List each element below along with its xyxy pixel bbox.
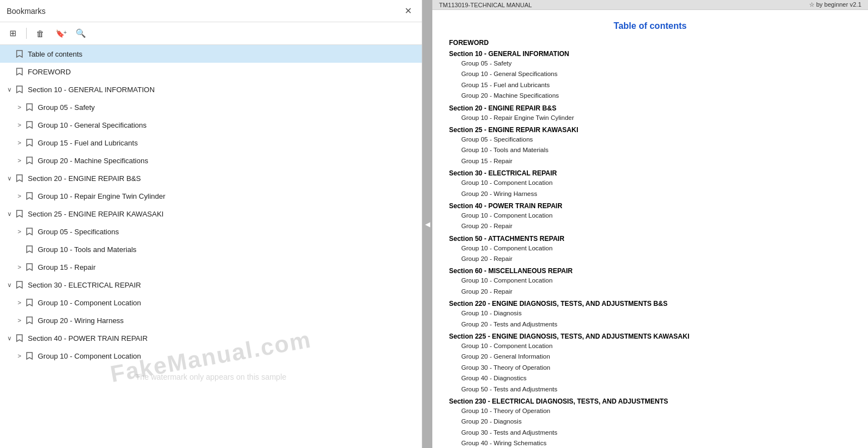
toc-group-8-4: Group 50 - Tests and Adjustments <box>449 384 851 394</box>
bookmark-label-s30g10: Group 10 - Component Location <box>38 299 141 307</box>
toc-section-9: Section 230 - ELECTRICAL DIAGNOSIS, TEST… <box>449 397 851 405</box>
bookmark-icon-s30g10 <box>24 298 34 307</box>
document-panel: TM113019-TECHNICAL MANUAL ☆ by beginner … <box>432 0 868 448</box>
bookmark-label-s10: Section 10 - GENERAL INFORMATION <box>28 85 154 94</box>
toc-group-6-0: Group 10 - Component Location <box>449 275 851 285</box>
expand-arrow-s25[interactable] <box>4 210 14 218</box>
bookmark-label-toc: Table of contents <box>28 50 82 58</box>
expand-arrow-s10g15[interactable] <box>14 139 24 146</box>
close-button[interactable]: ✕ <box>401 4 415 17</box>
toc-section-2: Section 25 - ENGINE REPAIR KAWASAKI <box>449 126 851 134</box>
bookmark-item-foreword[interactable]: FOREWORD <box>0 63 422 80</box>
toc-group-7-0: Group 10 - Diagnosis <box>449 308 851 318</box>
toc-section-3: Section 30 - ELECTRICAL REPAIR <box>449 169 851 177</box>
expand-arrow-s25g05[interactable] <box>14 228 24 235</box>
search-bookmark-button[interactable]: 🔍 <box>72 26 90 41</box>
bookmark-item-s10g10[interactable]: Group 10 - General Specifications <box>0 116 422 134</box>
bookmarks-list: Table of contentsFOREWORDSection 10 - GE… <box>0 45 422 448</box>
toolbar-separator <box>26 28 27 39</box>
bookmark-label-s20g10: Group 10 - Repair Engine Twin Cylinder <box>38 192 166 200</box>
bookmark-item-s30[interactable]: Section 30 - ELECTRICAL REPAIR <box>0 276 422 294</box>
toc-group-8-3: Group 40 - Diagnostics <box>449 373 851 383</box>
doc-header-left: TM113019-TECHNICAL MANUAL <box>439 2 532 8</box>
bookmark-icon-s30 <box>14 280 24 289</box>
delete-bookmark-button[interactable]: 🗑 <box>32 26 48 41</box>
toc-group-9-0: Group 10 - Theory of Operation <box>449 406 851 416</box>
toc-group-4-0: Group 10 - Component Location <box>449 210 851 220</box>
expand-arrow-s10g10[interactable] <box>14 122 24 128</box>
bookmark-icon-s25g05 <box>24 227 34 236</box>
bookmark-label-s40g10: Group 10 - Component Location <box>38 352 141 360</box>
expand-arrow-s25g15[interactable] <box>14 264 24 270</box>
toc-group-9-2: Group 30 - Tests and Adjustments <box>449 427 851 437</box>
toc-group-3-1: Group 20 - Wiring Harness <box>449 189 851 199</box>
delete-icon: 🗑 <box>36 29 44 38</box>
expand-arrow-s40[interactable] <box>4 335 14 342</box>
toc-group-0-2: Group 15 - Fuel and Lubricants <box>449 80 851 90</box>
toc-section-1: Section 20 - ENGINE REPAIR B&S <box>449 104 851 112</box>
bookmark-item-s40g10[interactable]: Group 10 - Component Location <box>0 347 422 365</box>
toc-section-7: Section 220 - ENGINE DIAGNOSIS, TESTS, A… <box>449 300 851 308</box>
bookmark-item-s10g20[interactable]: Group 20 - Machine Specifications <box>0 152 422 169</box>
expand-arrow-s10g20[interactable] <box>14 157 24 164</box>
bookmark-item-toc[interactable]: Table of contents <box>0 45 422 63</box>
bookmark-item-s30g10[interactable]: Group 10 - Component Location <box>0 294 422 311</box>
bookmark-item-s10g05[interactable]: Group 05 - Safety <box>0 98 422 116</box>
bookmark-icon-s25g10 <box>24 245 34 254</box>
bookmarks-header: Bookmarks ✕ <box>0 0 422 22</box>
bookmark-item-s20[interactable]: Section 20 - ENGINE REPAIR B&S <box>0 169 422 187</box>
expand-arrow-s30[interactable] <box>4 281 14 289</box>
bookmark-item-s20g10[interactable]: Group 10 - Repair Engine Twin Cylinder <box>0 187 422 205</box>
expand-arrow-s30g20[interactable] <box>14 317 24 324</box>
bookmark-label-s10g05: Group 05 - Safety <box>38 103 95 112</box>
add-bookmark-button[interactable]: 🔖+ <box>52 27 68 41</box>
bookmarks-title: Bookmarks <box>7 7 46 16</box>
expand-arrow-s10g05[interactable] <box>14 104 24 110</box>
toc-group-2-2: Group 15 - Repair <box>449 156 851 166</box>
collapse-panel-handle[interactable]: ◀ <box>422 0 432 448</box>
toc-section-8: Section 225 - ENGINE DIAGNOSIS, TESTS, A… <box>449 333 851 340</box>
toc-group-6-1: Group 20 - Repair <box>449 286 851 296</box>
bookmark-icon-foreword <box>14 67 24 76</box>
bookmark-label-s10g10: Group 10 - General Specifications <box>38 121 147 129</box>
bookmark-item-s25g15[interactable]: Group 15 - Repair <box>0 258 422 276</box>
bookmark-label-foreword: FOREWORD <box>28 68 71 76</box>
doc-header-right: ☆ by beginner v2.1 <box>809 1 861 8</box>
toc-foreword: FOREWORD <box>449 39 851 47</box>
bookmark-icon-s40 <box>14 334 24 343</box>
bookmark-item-s25g05[interactable]: Group 05 - Specifications <box>0 223 422 240</box>
bookmark-item-s10[interactable]: Section 10 - GENERAL INFORMATION <box>0 80 422 98</box>
bookmark-item-s10g15[interactable]: Group 15 - Fuel and Lubricants <box>0 134 422 152</box>
bookmark-icon-s40g10 <box>24 351 34 360</box>
expand-arrow-s30g10[interactable] <box>14 299 24 306</box>
bookmark-item-s40[interactable]: Section 40 - POWER TRAIN REPAIR <box>0 329 422 347</box>
bookmark-icon-s20g10 <box>24 192 34 200</box>
toc-section-5: Section 50 - ATTACHMENTS REPAIR <box>449 235 851 243</box>
bookmark-icon-s10g05 <box>24 103 34 112</box>
document-header: TM113019-TECHNICAL MANUAL ☆ by beginner … <box>432 0 868 10</box>
document-content: Table of contentsFOREWORDSection 10 - GE… <box>432 10 868 448</box>
bookmark-item-s25[interactable]: Section 25 - ENGINE REPAIR KAWASAKI <box>0 205 422 223</box>
bookmark-icon-s20 <box>14 174 24 183</box>
bookmark-icon-s10g15 <box>24 138 34 147</box>
view-mode-icon: ⊞ <box>9 28 17 38</box>
toc-group-9-1: Group 20 - Diagnosis <box>449 416 851 426</box>
bookmark-icon-s10 <box>14 85 24 94</box>
expand-arrow-s10[interactable] <box>4 86 14 93</box>
toc-group-4-1: Group 20 - Repair <box>449 221 851 231</box>
view-mode-button[interactable]: ⊞ <box>6 26 21 41</box>
toc-group-1-0: Group 10 - Repair Engine Twin Cylinder <box>449 113 851 123</box>
bookmark-label-s20: Section 20 - ENGINE REPAIR B&S <box>28 174 141 183</box>
bookmark-label-s25g05: Group 05 - Specifications <box>38 228 119 236</box>
bookmark-item-s25g10[interactable]: Group 10 - Tools and Materials <box>0 240 422 258</box>
expand-arrow-s40g10[interactable] <box>14 353 24 359</box>
toc-section-4: Section 40 - POWER TRAIN REPAIR <box>449 202 851 210</box>
toc-group-8-0: Group 10 - Component Location <box>449 341 851 351</box>
bookmark-icon-s10g20 <box>24 156 34 165</box>
expand-arrow-s20g10[interactable] <box>14 193 24 199</box>
bookmark-label-s25g15: Group 15 - Repair <box>38 263 96 271</box>
search-icon: 🔍 <box>76 28 86 38</box>
expand-arrow-s20[interactable] <box>4 175 14 182</box>
bookmark-item-s30g20[interactable]: Group 20 - Wiring Harness <box>0 311 422 329</box>
bookmark-icon-s25g15 <box>24 263 34 271</box>
